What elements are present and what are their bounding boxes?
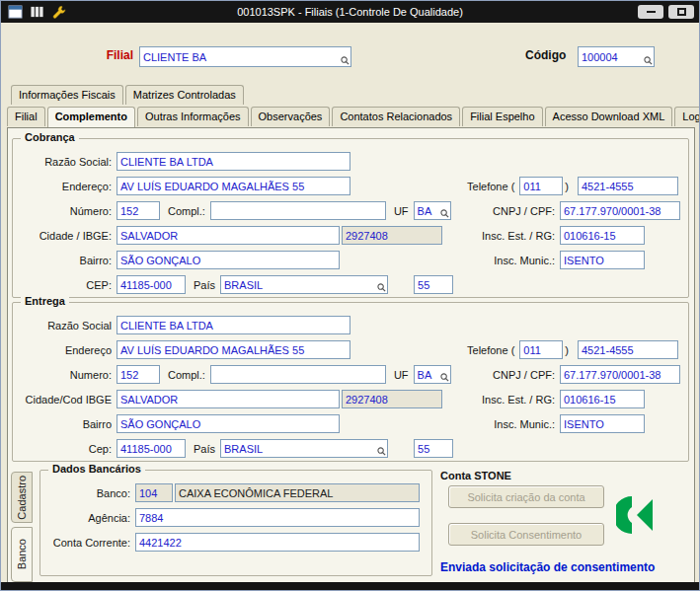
consentimento-status-text: Enviada solicitação de consentimento bbox=[440, 560, 655, 574]
app-window-icon[interactable] bbox=[6, 4, 24, 20]
bairro-label: Bairro: bbox=[21, 255, 117, 266]
cobranca-legend: Cobrança bbox=[21, 131, 79, 143]
tab-matrizes-controladas[interactable]: Matrizes Controladas bbox=[125, 85, 244, 105]
banco-row: Banco: bbox=[48, 482, 424, 503]
compl-input[interactable] bbox=[210, 201, 386, 220]
cidade-input[interactable] bbox=[117, 390, 340, 408]
telefone-numero-input[interactable] bbox=[578, 177, 678, 195]
search-icon[interactable] bbox=[377, 283, 386, 292]
entrega-razao-row: Razão Social bbox=[21, 315, 680, 335]
side-tab-banco[interactable]: Banco bbox=[11, 527, 33, 582]
filial-input[interactable] bbox=[139, 46, 351, 67]
conta-corrente-input[interactable] bbox=[135, 533, 420, 552]
telefone-numero-input[interactable] bbox=[578, 340, 678, 359]
restore-icon bbox=[677, 8, 686, 16]
cep-input[interactable] bbox=[117, 275, 186, 294]
telefone-label: Telefone ( bbox=[467, 181, 519, 192]
bairro-input[interactable] bbox=[117, 414, 340, 433]
agencia-label: Agência: bbox=[48, 512, 135, 524]
cnpj-input[interactable] bbox=[560, 365, 680, 384]
entrega-bairro-row: Bairro Insc. Munic.: bbox=[21, 413, 680, 434]
compl-label: Compl.: bbox=[160, 369, 210, 381]
insc-mun-label: Insc. Munic.: bbox=[494, 418, 560, 430]
side-tab-cadastro[interactable]: Cadastro bbox=[11, 472, 33, 523]
uf-label: UF bbox=[386, 369, 414, 381]
telefone-paren: ) bbox=[563, 344, 569, 356]
entrega-endereco-row: Endereço Telefone ( ) bbox=[21, 339, 680, 360]
entrega-cep-row: Cep: País bbox=[21, 438, 680, 459]
insc-est-input[interactable] bbox=[560, 390, 645, 408]
telefone-ddd-input[interactable] bbox=[519, 177, 563, 195]
compl-input[interactable] bbox=[210, 365, 386, 384]
window-title: 001013SPK - Filiais (1-Controle De Quali… bbox=[1, 6, 699, 18]
columns-icon[interactable] bbox=[28, 4, 45, 20]
pais-input[interactable] bbox=[220, 275, 388, 294]
solicita-criacao-button[interactable]: Solicita criação da conta bbox=[448, 485, 604, 508]
pais-label: País bbox=[186, 443, 220, 455]
insc-mun-label: Insc. Munic.: bbox=[494, 255, 560, 266]
insc-mun-input[interactable] bbox=[560, 414, 645, 433]
numero-input[interactable] bbox=[117, 365, 160, 384]
tab-filial-espelho[interactable]: Filial Espelho bbox=[462, 107, 542, 126]
cidade-label: Cidade/Cod IBGE bbox=[21, 394, 117, 406]
complemento-panel: Cobrança Razão Social: Endereço: Telefon… bbox=[7, 127, 695, 583]
cep-input[interactable] bbox=[117, 439, 186, 458]
banco-codigo-input[interactable] bbox=[135, 483, 173, 502]
cidade-label: Cidade / IBGE: bbox=[21, 230, 117, 242]
endereco-input[interactable] bbox=[117, 340, 350, 359]
bairro-input[interactable] bbox=[117, 251, 340, 269]
tab-log[interactable]: Log bbox=[674, 107, 700, 126]
compl-label: Compl.: bbox=[160, 205, 210, 217]
razao-social-input[interactable] bbox=[117, 316, 350, 334]
insc-est-label: Insc. Est. / RG: bbox=[482, 230, 560, 242]
insc-est-input[interactable] bbox=[560, 226, 645, 245]
tab-informacoes-fiscais[interactable]: Informações Fiscais bbox=[11, 85, 123, 105]
telefone-label: Telefone ( bbox=[467, 344, 519, 356]
tab-filial[interactable]: Filial bbox=[7, 107, 45, 126]
search-icon[interactable] bbox=[377, 447, 386, 456]
codigo-field bbox=[578, 46, 655, 67]
telefone-ddd-input[interactable] bbox=[519, 340, 563, 359]
minimize-button[interactable] bbox=[638, 5, 663, 19]
numero-input[interactable] bbox=[117, 201, 160, 220]
entrega-legend: Entrega bbox=[21, 295, 69, 307]
codigo-label: Código bbox=[525, 48, 566, 62]
cnpj-label: CNPJ / CPF: bbox=[493, 369, 560, 381]
window-controls bbox=[633, 5, 694, 19]
tab-contatos-relacionados[interactable]: Contatos Relacionados bbox=[332, 107, 460, 126]
ibge-readonly bbox=[342, 226, 442, 245]
solicita-consentimento-button[interactable]: Solicita Consentimento bbox=[448, 523, 604, 546]
endereco-label: Endereço bbox=[21, 344, 117, 356]
cobranca-bairro-row: Bairro: Insc. Munic.: bbox=[21, 250, 680, 270]
bairro-label: Bairro bbox=[21, 418, 117, 430]
entrega-group: Entrega Razão Social Endereço Telefone (… bbox=[12, 302, 689, 462]
search-icon[interactable] bbox=[341, 56, 350, 65]
tab-acesso-download-xml[interactable]: Acesso Download XML bbox=[545, 107, 673, 126]
razao-social-input[interactable] bbox=[117, 152, 350, 171]
cidade-input[interactable] bbox=[117, 226, 340, 245]
tab-observacoes[interactable]: Observações bbox=[251, 107, 331, 126]
dados-bancarios-legend: Dados Bancários bbox=[48, 463, 145, 475]
search-icon[interactable] bbox=[440, 209, 449, 218]
restore-button[interactable] bbox=[668, 5, 694, 19]
pais-field bbox=[220, 274, 388, 295]
insc-mun-input[interactable] bbox=[560, 251, 645, 269]
tab-outras-informacoes[interactable]: Outras Informações bbox=[137, 107, 249, 126]
wrench-icon[interactable] bbox=[49, 4, 67, 20]
search-icon[interactable] bbox=[440, 373, 449, 382]
search-icon[interactable] bbox=[644, 56, 653, 65]
top-tab-bar: Informações Fiscais Matrizes Controladas bbox=[11, 85, 246, 105]
pais-input[interactable] bbox=[220, 439, 388, 458]
cobranca-cidade-row: Cidade / IBGE: Insc. Est. / RG: bbox=[21, 225, 680, 246]
cnpj-input[interactable] bbox=[560, 201, 680, 220]
cobranca-numero-row: Número: Compl.: UF CNPJ / CPF: bbox=[21, 200, 680, 221]
conta-stone-title: Conta STONE bbox=[440, 470, 689, 481]
razao-social-label: Razão Social: bbox=[21, 156, 117, 168]
tab-complemento[interactable]: Complemento bbox=[47, 107, 135, 127]
endereco-input[interactable] bbox=[117, 177, 350, 195]
banco-label: Banco: bbox=[48, 487, 135, 499]
pais-ddi-input[interactable] bbox=[414, 275, 453, 294]
agencia-input[interactable] bbox=[135, 508, 420, 527]
razao-social-label: Razão Social bbox=[21, 320, 117, 332]
pais-ddi-input[interactable] bbox=[414, 439, 453, 458]
